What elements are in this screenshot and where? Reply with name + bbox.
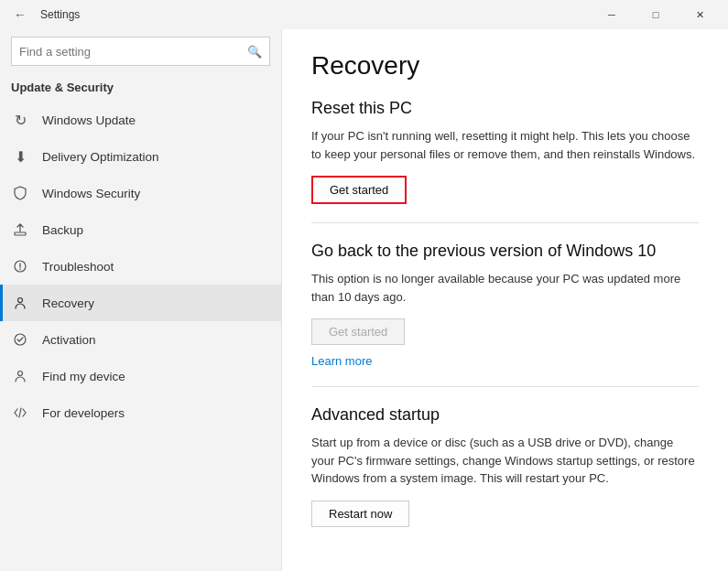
title-bar: ← Settings ─ □ ✕ xyxy=(0,0,728,29)
delivery-optimization-icon: ⬇ xyxy=(11,147,29,166)
search-input[interactable] xyxy=(19,45,247,59)
sidebar-item-find-my-device[interactable]: Find my device xyxy=(0,358,281,394)
sidebar-item-label: Backup xyxy=(42,223,83,237)
for-developers-icon xyxy=(11,404,29,422)
close-button[interactable]: ✕ xyxy=(679,0,721,29)
sidebar-item-recovery[interactable]: Recovery xyxy=(0,285,281,321)
sidebar-item-troubleshoot[interactable]: Troubleshoot xyxy=(0,248,281,285)
learn-more-link[interactable]: Learn more xyxy=(311,354,699,368)
page-title: Recovery xyxy=(311,51,699,81)
backup-icon xyxy=(11,221,29,239)
minimize-button[interactable]: ─ xyxy=(591,0,633,29)
title-bar-title: Settings xyxy=(40,8,80,21)
activation-icon xyxy=(11,330,29,349)
main-content: Recovery Reset this PC If your PC isn't … xyxy=(282,29,728,571)
sidebar-item-label: For developers xyxy=(42,406,125,420)
sidebar-item-label: Recovery xyxy=(42,296,94,310)
svg-point-3 xyxy=(15,334,26,345)
title-bar-controls: ─ □ ✕ xyxy=(591,0,721,29)
svg-rect-0 xyxy=(15,232,26,235)
sidebar-item-windows-security[interactable]: Windows Security xyxy=(0,175,281,211)
sidebar-item-for-developers[interactable]: For developers xyxy=(0,394,281,431)
sidebar-item-label: Windows Security xyxy=(42,187,140,200)
svg-point-4 xyxy=(18,372,23,376)
sidebar-section-title: Update & Security xyxy=(0,77,281,102)
app-body: 🔍 Update & Security ↻ Windows Update ⬇ D… xyxy=(0,29,728,571)
find-my-device-icon xyxy=(11,367,29,385)
sidebar-item-backup[interactable]: Backup xyxy=(0,211,281,248)
title-bar-left: ← Settings xyxy=(7,2,80,27)
search-box[interactable]: 🔍 xyxy=(11,37,270,66)
advanced-startup-description: Start up from a device or disc (such as … xyxy=(311,434,699,488)
reset-pc-get-started-button[interactable]: Get started xyxy=(311,176,407,204)
sidebar: 🔍 Update & Security ↻ Windows Update ⬇ D… xyxy=(0,29,282,571)
reset-pc-description: If your PC isn't running well, resetting… xyxy=(311,127,699,163)
recovery-icon xyxy=(11,294,29,312)
search-icon: 🔍 xyxy=(247,45,262,59)
windows-security-icon xyxy=(11,184,29,202)
sidebar-item-label: Windows Update xyxy=(42,113,136,127)
back-button[interactable]: ← xyxy=(7,2,33,27)
sidebar-item-label: Delivery Optimization xyxy=(42,150,159,164)
maximize-button[interactable]: □ xyxy=(635,0,677,29)
reset-pc-title: Reset this PC xyxy=(311,99,699,118)
go-back-title: Go back to the previous version of Windo… xyxy=(311,242,699,261)
go-back-description: This option is no longer available becau… xyxy=(311,270,699,306)
restart-now-button[interactable]: Restart now xyxy=(311,501,409,527)
sidebar-item-label: Activation xyxy=(42,333,96,347)
sidebar-item-label: Find my device xyxy=(42,370,125,383)
advanced-startup-title: Advanced startup xyxy=(311,405,699,425)
sidebar-item-windows-update[interactable]: ↻ Windows Update xyxy=(0,102,281,138)
go-back-get-started-button: Get started xyxy=(311,318,405,345)
svg-point-2 xyxy=(18,298,23,303)
divider-1 xyxy=(311,222,699,223)
sidebar-item-delivery-optimization[interactable]: ⬇ Delivery Optimization xyxy=(0,138,281,175)
divider-2 xyxy=(311,386,699,387)
sidebar-item-label: Troubleshoot xyxy=(42,260,114,274)
windows-update-icon: ↻ xyxy=(11,111,29,129)
troubleshoot-icon xyxy=(11,257,29,275)
sidebar-item-activation[interactable]: Activation xyxy=(0,321,281,358)
